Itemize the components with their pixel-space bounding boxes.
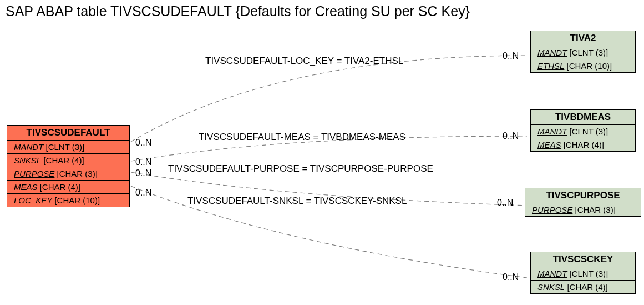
cardinality-left: 0..N [135,138,151,148]
cardinality-left: 0..N [135,168,151,178]
related-table-header: TIVBDMEAS [531,110,635,125]
table-field: SNKSL [CHAR (4)] [531,281,635,293]
table-field: PURPOSE [CHAR (3)] [525,203,641,216]
cardinality-left: 0..N [135,188,151,198]
relation-label: TIVSCSUDEFAULT-LOC_KEY = TIVA2-ETHSL [205,56,403,67]
related-table-tivscsckey: TIVSCSCKEY MANDT [CLNT (3)] SNKSL [CHAR … [530,252,636,294]
table-field: MANDT [CLNT (3)] [531,267,635,281]
table-field: MANDT [CLNT (3)] [531,125,635,138]
cardinality-right: 0..N [503,131,519,141]
related-table-header: TIVSCPURPOSE [525,188,641,203]
related-table-tivscpurpose: TIVSCPURPOSE PURPOSE [CHAR (3)] [525,188,641,217]
cardinality-right: 0..N [503,51,519,61]
table-field: PURPOSE [CHAR (3)] [7,167,129,181]
relation-label: TIVSCSUDEFAULT-SNKSL = TIVSCSCKEY-SNKSL [187,196,407,207]
table-field: MEAS [CHAR (4)] [7,181,129,194]
relation-label: TIVSCSUDEFAULT-MEAS = TIVBDMEAS-MEAS [199,132,405,143]
cardinality-left: 0..N [135,157,151,167]
table-field: ETHSL [CHAR (10)] [531,59,635,72]
cardinality-right: 0..N [497,198,513,208]
related-table-header: TIVSCSCKEY [531,252,635,267]
table-field: SNKSL [CHAR (4)] [7,154,129,167]
table-field: MEAS [CHAR (4)] [531,138,635,151]
main-table: TIVSCSUDEFAULT MANDT [CLNT (3)] SNKSL [C… [7,125,130,207]
main-table-header: TIVSCSUDEFAULT [7,126,129,141]
cardinality-right: 0..N [503,272,519,282]
table-field: MANDT [CLNT (3)] [7,141,129,154]
table-field: LOC_KEY [CHAR (10)] [7,194,129,207]
related-table-tivbdmeas: TIVBDMEAS MANDT [CLNT (3)] MEAS [CHAR (4… [530,109,636,152]
related-table-header: TIVA2 [531,31,635,46]
related-table-tiva2: TIVA2 MANDT [CLNT (3)] ETHSL [CHAR (10)] [530,31,636,73]
page-title: SAP ABAP table TIVSCSUDEFAULT {Defaults … [6,3,470,19]
relation-label: TIVSCSUDEFAULT-PURPOSE = TIVSCPURPOSE-PU… [168,163,433,174]
table-field: MANDT [CLNT (3)] [531,46,635,59]
